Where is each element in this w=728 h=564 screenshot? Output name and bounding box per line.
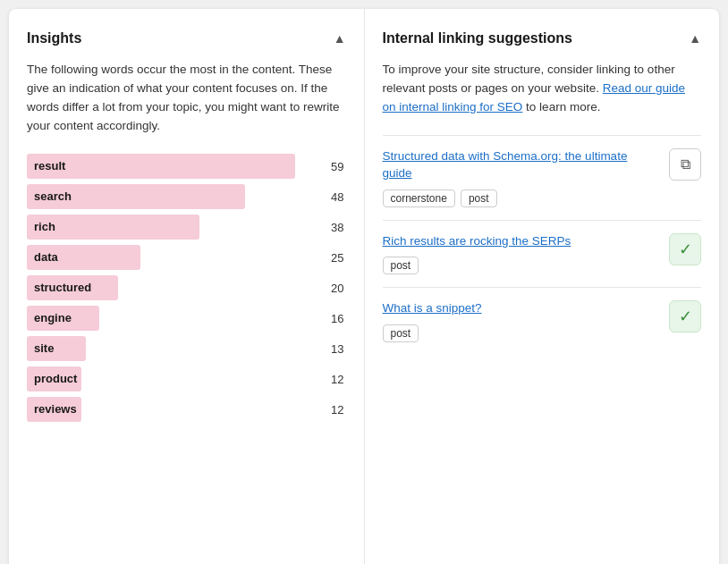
insights-title: Insights [27,30,81,46]
bar-row: product12 [27,366,346,391]
check-icon[interactable]: ✓ [669,233,701,265]
suggestion-item: What is a snippet?post✓ [383,287,702,355]
bar-count-value: 38 [331,220,345,233]
bar-count-value: 16 [331,311,345,324]
tag: post [461,189,497,207]
bar-word-label: structured [27,276,98,299]
bar-word-label: rich [27,215,89,238]
bar-row: reviews12 [27,397,346,422]
bar-count-value: 20 [331,281,345,294]
suggestion-link-3[interactable]: What is a snippet? [383,300,661,317]
bar-word-label: result [27,155,89,177]
suggestion-item: Structured data with Schema.org: the ult… [383,135,702,220]
bar-word-label: data [27,246,89,268]
tag-list: cornerstonepost [383,189,661,207]
bar-word-label: search [27,185,89,207]
check-icon[interactable]: ✓ [669,300,701,333]
bar-row: structured20 [27,275,346,300]
suggestion-link-2[interactable]: Rich results are rocking the SERPs [383,233,661,250]
suggestion-item: Rich results are rocking the SERPspost✓ [383,220,702,288]
bar-count-value: 12 [331,372,345,385]
bar-row: data25 [27,245,346,270]
tag-list: post [383,257,661,274]
description-text-after: to learn more. [526,100,600,114]
bar-count-value: 48 [331,189,345,203]
tag-list: post [383,324,661,342]
internal-linking-header: Internal linking suggestions ▲ [383,30,702,46]
bar-word-label: engine [27,307,89,329]
suggestion-content: Rich results are rocking the SERPspost [383,233,661,275]
suggestion-list: Structured data with Schema.org: the ult… [383,135,702,356]
bar-word-label: site [27,337,89,359]
internal-linking-panel: Internal linking suggestions ▲ To improv… [365,9,720,564]
bar-row: result59 [27,154,346,179]
tag: post [383,257,419,274]
insights-description: The following words occur the most in th… [27,61,346,136]
internal-linking-chevron-icon[interactable]: ▲ [689,31,701,46]
tag: cornerstone [383,189,455,207]
bar-row: search48 [27,184,346,209]
insights-chevron-icon[interactable]: ▲ [334,31,346,46]
suggestion-link-1[interactable]: Structured data with Schema.org: the ult… [383,148,661,182]
bar-row: engine16 [27,306,346,331]
insights-panel: Insights ▲ The following words occur the… [9,9,365,564]
copy-button[interactable]: ⧉ [669,148,701,181]
bar-word-label: product [27,367,89,390]
suggestion-content: Structured data with Schema.org: the ult… [383,148,661,207]
bar-count-value: 25 [331,250,345,264]
insights-header: Insights ▲ [27,30,346,46]
tag: post [383,324,419,342]
bar-row: rich38 [27,215,346,240]
bar-word-label: reviews [27,398,89,420]
word-frequency-chart: result59search48rich38data25structured20… [27,154,346,422]
bar-row: site13 [27,336,346,361]
bar-count-value: 59 [331,159,345,173]
bar-count-value: 12 [331,402,345,416]
internal-linking-title: Internal linking suggestions [383,30,572,46]
internal-linking-description: To improve your site structure, consider… [383,61,702,117]
bar-count-value: 13 [331,341,345,355]
suggestion-content: What is a snippet?post [383,300,661,342]
